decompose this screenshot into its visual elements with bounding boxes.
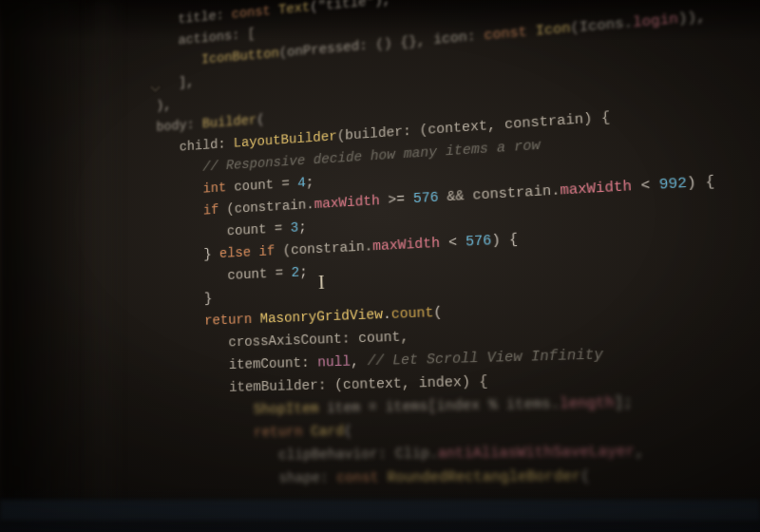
token-op: ], [179, 74, 194, 90]
token-op: ; [298, 219, 307, 236]
token-kw: int [203, 180, 227, 198]
code-editor-surface[interactable]: title: const Text("title"), actions: [ I… [133, 0, 760, 491]
token-prop: maxWidth [372, 236, 440, 255]
token-op: ; [306, 175, 314, 191]
token-op: )), [677, 9, 706, 28]
token-id: count = [227, 265, 291, 284]
activity-bar-blur [0, 0, 91, 532]
token-prop: antiAliasWithSaveLayer [438, 444, 636, 463]
token-cls: Builder [202, 113, 257, 132]
token-op: ( [433, 305, 443, 322]
token-id: item = items[index % items. [318, 396, 560, 417]
token-cls: Text [278, 0, 311, 18]
token-kw: const [336, 469, 388, 486]
status-bar-shadow [0, 488, 760, 532]
token-id: (Icons. [570, 15, 633, 37]
token-id: clipBehavior: Clip. [278, 446, 438, 464]
token-cm: // Let Scroll View Infinity [368, 347, 604, 370]
token-op: ) { [491, 232, 518, 250]
token-num: 576 [413, 190, 439, 207]
token-cls: IconButton [201, 46, 279, 67]
token-cls: LayoutBuilder [234, 129, 337, 152]
token-op: ( [256, 112, 265, 128]
token-id: body: [156, 117, 201, 136]
token-op: < [632, 177, 660, 195]
token-prop: maxWidth [314, 193, 380, 213]
token-nul: null [317, 354, 351, 371]
token-op: ( [344, 424, 352, 440]
token-id: title: [178, 8, 232, 28]
token-op: >= [380, 191, 414, 209]
token-id: actions: [ [179, 27, 256, 48]
token-op: ]; [614, 394, 633, 412]
token-kw: const [484, 24, 536, 44]
token-id: count = [226, 176, 297, 196]
token-id: shape: [278, 470, 336, 487]
token-cls: MasonryGridView [260, 307, 384, 328]
token-kw: return [204, 312, 260, 330]
token-kw: return [254, 424, 311, 441]
token-id: (constrain. [226, 197, 314, 218]
token-op: ( [580, 468, 590, 485]
token-cls: RoundedRectangleBorder [387, 468, 581, 486]
token-op: } [204, 291, 212, 307]
token-id: count = [227, 220, 291, 239]
token-op: , [351, 353, 368, 370]
token-id: && constrain. [438, 182, 560, 205]
token-num: 992 [658, 175, 687, 193]
token-kw: else if [219, 243, 283, 262]
token-op: ; [299, 264, 308, 280]
token-prop: login [633, 11, 678, 31]
token-id: child: [180, 136, 234, 155]
line-number-gutter [82, 0, 125, 532]
token-id: itemCount: [229, 355, 318, 373]
token-kw: const [232, 3, 279, 23]
token-prop: length [560, 394, 615, 412]
token-cls: ShopItem [254, 401, 319, 418]
token-id: "title" [318, 0, 375, 14]
token-cls: Icon [536, 21, 571, 40]
token-fn: count [391, 305, 434, 323]
token-op: ), [374, 0, 391, 10]
token-num: 576 [466, 233, 492, 251]
token-id: crossAxisCount: count, [228, 329, 408, 351]
token-op: } [203, 246, 219, 262]
editor-viewport: title: const Text("title"), actions: [ I… [0, 0, 760, 532]
token-op: < [440, 234, 466, 251]
token-op: ), [156, 98, 171, 114]
token-prop: maxWidth [560, 179, 632, 200]
token-kw: if [203, 202, 227, 219]
token-op: , [635, 443, 645, 460]
token-id: itemBuilder: (context, index) { [229, 373, 488, 396]
text-caret: I [318, 272, 321, 289]
token-id: (constrain. [283, 238, 373, 258]
token-cls: Card [311, 424, 344, 441]
token-op: ) { [686, 174, 714, 192]
